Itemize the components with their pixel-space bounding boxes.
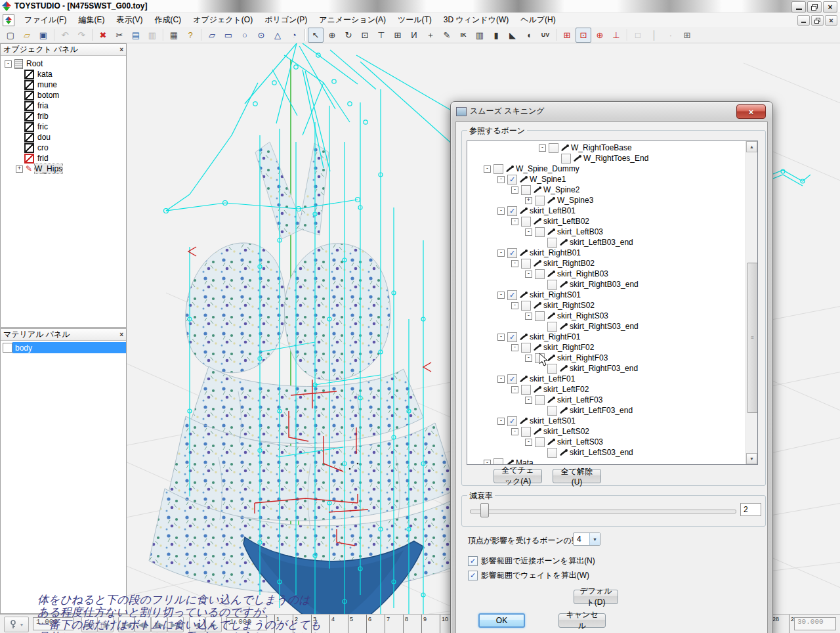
bone-checkbox[interactable]: ✓ [507, 374, 517, 384]
extra-square-button[interactable]: □ [630, 28, 646, 43]
bone-checkbox[interactable] [521, 185, 531, 195]
default-button[interactable]: デフォルト(D) [574, 590, 618, 604]
bone-tree-item-W_RightToeBase[interactable]: -W_RightToeBase [467, 142, 757, 153]
attenuation-slider-thumb[interactable] [480, 503, 489, 517]
paste-button[interactable]: ▥ [144, 28, 160, 43]
weight-checkbox[interactable]: ✓ [468, 571, 478, 580]
bone-checkbox[interactable] [521, 217, 531, 227]
menu-item-create[interactable]: 作成(C) [148, 13, 187, 27]
collapse-icon[interactable]: - [484, 460, 491, 466]
bone-tree-list[interactable]: -W_RightToeBaseW_RightToes_End-W_Spine_D… [467, 141, 758, 465]
timeline-tick-7[interactable]: 7 [385, 615, 403, 633]
scroll-down-icon[interactable]: ▼ [746, 453, 757, 464]
mdi-minimize-button[interactable] [797, 15, 810, 26]
bone-checkbox[interactable]: ✓ [507, 332, 517, 342]
bone-checkbox[interactable] [547, 448, 557, 458]
bone-tree-item-skirt_RightF03[interactable]: -skirt_RightF03 [467, 353, 757, 363]
collapse-icon[interactable]: - [5, 60, 12, 68]
collapse-icon[interactable]: - [525, 439, 532, 446]
new-file-button[interactable]: ▢ [3, 28, 18, 43]
object-tree-item-botom[interactable]: botom [1, 90, 126, 100]
shaded-view-button[interactable]: ⊡ [576, 28, 591, 43]
bone-tree-item-skirt_LeftB03_end[interactable]: skirt_LeftB03_end [467, 237, 757, 248]
near-bones-checkbox-row[interactable]: ✓ 影響範囲で近接ボーンを算出(N) [468, 556, 595, 567]
paint-tool-button[interactable]: ◣ [505, 28, 520, 43]
cut-button[interactable]: ✂ [112, 28, 127, 43]
lattice-tool-button[interactable]: ⊞ [390, 28, 406, 43]
bone-checkbox[interactable] [549, 143, 558, 153]
bone-tree-item-W_Spine_Dummy[interactable]: -W_Spine_Dummy [467, 164, 757, 174]
timeline-tick-5[interactable]: 5 [348, 615, 366, 633]
bone-tree-item-W_Spine2[interactable]: -W_Spine2 [467, 185, 757, 195]
bone-tree-item-skirt_LeftF03_end[interactable]: skirt_LeftF03_end [467, 405, 757, 416]
object-tree-item-fric[interactable]: fric [1, 121, 126, 132]
bone-tree-item-skirt_LeftF03[interactable]: -skirt_LeftF03 [467, 395, 757, 405]
minimize-button[interactable] [791, 1, 806, 12]
timeline-tick-4[interactable]: 4 [329, 615, 348, 633]
bone-checkbox[interactable] [521, 259, 531, 269]
bone-tree-item-skirt_LeftS01[interactable]: -✓skirt_LeftS01 [467, 416, 757, 426]
collapse-icon[interactable]: - [511, 386, 518, 393]
bone-checkbox[interactable]: ✓ [507, 206, 517, 216]
delete-button[interactable]: ✖ [95, 28, 111, 43]
collapse-icon[interactable]: - [497, 176, 505, 183]
collapse-icon[interactable]: - [511, 302, 518, 309]
bone-tree-item-skirt_RightS03[interactable]: -skirt_RightS03 [467, 311, 757, 321]
collapse-icon[interactable]: - [511, 344, 518, 351]
menu-item-tool[interactable]: ツール(T) [392, 13, 438, 27]
mdi-close-button[interactable]: × [825, 15, 837, 26]
object-tree-item-W_Hips[interactable]: +✎W_Hips [1, 164, 126, 174]
scroll-up-icon[interactable]: ▲ [746, 141, 757, 152]
bone-tree-item-skirt_RightB03[interactable]: -skirt_RightB03 [467, 269, 757, 279]
bone-checkbox[interactable] [535, 395, 545, 405]
bone-tree-item-skirt_RightB01[interactable]: -✓skirt_RightB01 [467, 248, 757, 258]
bone-tree-item-skirt_LeftB02[interactable]: -skirt_LeftB02 [467, 216, 757, 227]
menu-item-edit[interactable]: 編集(E) [72, 13, 110, 27]
bone-checkbox[interactable]: ✓ [507, 175, 517, 185]
dialog-close-button[interactable]: × [736, 104, 766, 119]
uv-tool-button[interactable]: UV [537, 28, 553, 43]
expand-icon[interactable]: + [525, 197, 532, 204]
collapse-icon[interactable]: - [497, 376, 505, 383]
primitive-cylinder-button[interactable]: ⊙ [253, 28, 269, 43]
bone-tree-item-skirt_RightS03_end[interactable]: skirt_RightS03_end [467, 321, 757, 332]
bone-checkbox[interactable] [535, 196, 545, 206]
bone-checkbox[interactable] [535, 437, 545, 447]
primitive-cone-button[interactable]: △ [270, 28, 285, 43]
bone-tree-item-skirt_LeftS03[interactable]: -skirt_LeftS03 [467, 437, 757, 447]
bone-tree-item-skirt_RightS02[interactable]: -skirt_RightS02 [467, 300, 757, 311]
collapse-icon[interactable]: - [511, 260, 518, 267]
wireframe-view-button[interactable]: ⊕ [592, 28, 608, 43]
collapse-icon[interactable]: - [539, 144, 546, 152]
bone-checkbox[interactable]: ✓ [507, 248, 517, 258]
bone-tree-item-W_Spine1[interactable]: -✓W_Spine1 [467, 174, 757, 185]
bone-tree-item-skirt_RightF03_end[interactable]: skirt_RightF03_end [467, 363, 757, 374]
collapse-icon[interactable]: - [511, 218, 518, 225]
bone-checkbox[interactable] [521, 385, 531, 395]
object-tree-item-frib[interactable]: frib [1, 111, 126, 121]
bone-tree-item-skirt_LeftS03_end[interactable]: skirt_LeftS03_end [467, 447, 757, 458]
object-tree-item-mune[interactable]: mune [1, 79, 126, 90]
print-button[interactable]: ▦ [166, 28, 182, 43]
collapse-icon[interactable]: - [525, 397, 532, 404]
bone-checkbox[interactable]: ✓ [507, 416, 517, 426]
menu-item-animation[interactable]: アニメーション(A) [313, 13, 392, 27]
bone-tool-button[interactable]: ✎ [439, 28, 455, 43]
timeline-tick-28[interactable]: 28 [770, 615, 789, 633]
bone-checkbox[interactable] [521, 427, 531, 437]
bone-tree-item-skirt_RightS01[interactable]: -✓skirt_RightS01 [467, 290, 757, 300]
collapse-icon[interactable]: - [511, 186, 518, 194]
scrollbar-thumb[interactable]: ≡ [747, 263, 758, 413]
bone-tree-item-skirt_RightB02[interactable]: -skirt_RightB02 [467, 258, 757, 269]
collapse-icon[interactable]: - [525, 229, 532, 236]
collapse-icon[interactable]: - [511, 428, 518, 435]
material-row-body[interactable]: body [1, 342, 126, 353]
weight-solid-tool-button[interactable]: ▮ [488, 28, 504, 43]
object-panel-close-icon[interactable]: × [119, 46, 123, 53]
bone-list-scrollbar[interactable]: ▲ ≡ ▼ [746, 141, 757, 464]
save-file-button[interactable]: ▣ [35, 28, 51, 43]
bone-tree-item-skirt_RightF02[interactable]: -skirt_RightF02 [467, 342, 757, 353]
bone-checkbox[interactable] [547, 238, 557, 248]
bone-tree-item-skirt_LeftB01[interactable]: -✓skirt_LeftB01 [467, 206, 757, 216]
object-tree-item-cro[interactable]: cro [1, 142, 126, 153]
